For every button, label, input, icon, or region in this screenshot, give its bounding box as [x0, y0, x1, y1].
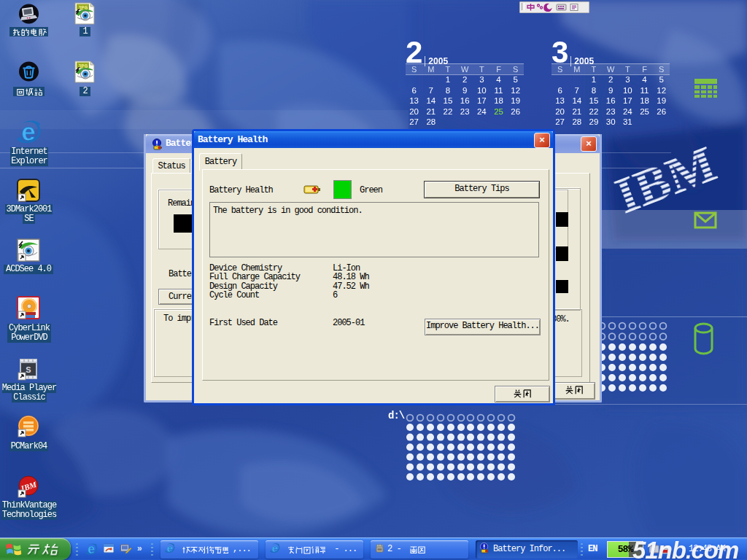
svg-text:S: S — [26, 365, 31, 374]
